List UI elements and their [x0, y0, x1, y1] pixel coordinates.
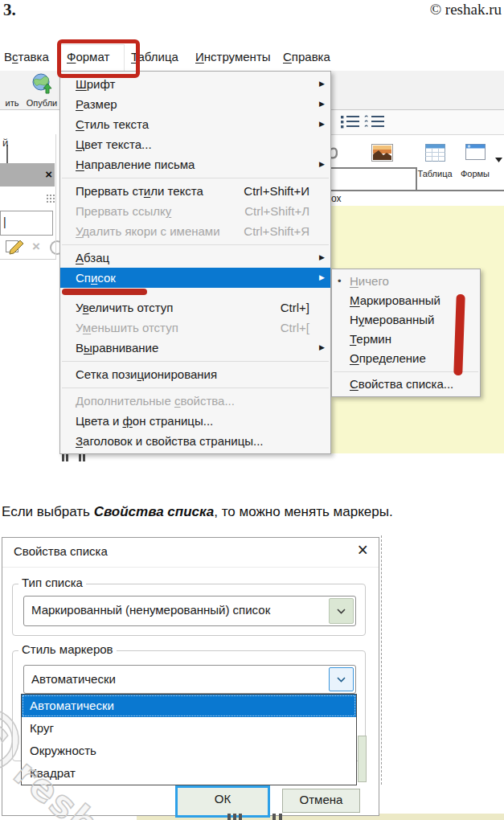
- pane-divider: [55, 134, 56, 259]
- forms-icon: [457, 143, 494, 166]
- annotation-red-box: [57, 39, 140, 78]
- format-menu-item-5[interactable]: Направление письма▶: [60, 154, 330, 174]
- close-icon[interactable]: ×: [45, 167, 52, 181]
- bullet-style-value: Автоматически: [31, 666, 116, 693]
- numbered-list-icon[interactable]: [363, 113, 385, 133]
- sidebar-input[interactable]: |: [0, 211, 53, 236]
- sidebar-icon-row: ×: [5, 238, 58, 257]
- submenu-arrow-icon: ▶: [319, 154, 325, 174]
- menu-item-label: Направление письма: [76, 158, 195, 171]
- artifact-mark: [227, 814, 231, 820]
- menu-item-label: Цвет текста...: [76, 137, 152, 151]
- list-submenu-item-1[interactable]: •Ничего: [332, 272, 480, 291]
- pane-divider: [0, 259, 56, 260]
- caption-text: Если выбрать Свойства списка, то можно м…: [2, 504, 393, 520]
- menu-item-label: Прервать стили текста: [76, 184, 203, 198]
- bullet-style-legend: Стиль маркеров: [18, 642, 117, 656]
- table-icon: [415, 143, 455, 166]
- format-menu-item-6[interactable]: Прервать стили текстаCtrl+Shift+И: [60, 181, 330, 201]
- dropdown-option-1[interactable]: Автоматически: [22, 695, 356, 717]
- submenu-arrow-icon: ▶: [319, 248, 325, 268]
- sidebar-panel-header[interactable]: ×: [0, 163, 55, 187]
- menubar-item-1[interactable]: Вставка: [4, 50, 49, 64]
- annotation-underline: [62, 289, 147, 295]
- list-type-combobox[interactable]: Маркированный (ненумерованный) список: [23, 596, 356, 626]
- format-menu-item-7[interactable]: Прервать ссылкуCtrl+Shift+Л: [60, 201, 330, 221]
- bullet-style-combobox[interactable]: Автоматически: [23, 665, 356, 694]
- list-type-legend: Тип списка: [18, 576, 86, 589]
- pencil-icon[interactable]: [5, 244, 25, 258]
- menu-shortcut: Ctrl+]: [281, 297, 309, 318]
- close-icon[interactable]: ×: [358, 539, 368, 561]
- format-menu-item-9[interactable]: Абзац▶: [60, 248, 330, 268]
- menu-item-label: Цвета и фон страницы...: [76, 414, 213, 428]
- menu-item-label: Список: [76, 271, 116, 285]
- bullet-list-icon[interactable]: [339, 113, 361, 133]
- list-type-value: Маркированный (ненумерованный) список: [31, 597, 270, 624]
- caption-emphasis: Свойства списка: [94, 504, 215, 519]
- menu-shortcut: Ctrl+[: [281, 318, 309, 338]
- tab-text-fragment: ох: [331, 193, 342, 204]
- delete-x-icon[interactable]: ×: [32, 239, 40, 255]
- submenu-arrow-icon: ▶: [319, 94, 325, 114]
- list-format-toolbar: [325, 110, 504, 135]
- chevron-down-icon[interactable]: [495, 151, 502, 166]
- format-menu-item-14[interactable]: Сетка позиционирования: [60, 364, 330, 384]
- menu-item-label: Прервать ссылку: [76, 204, 171, 218]
- obscured-button-fragment: [358, 736, 367, 782]
- format-menu-item-10[interactable]: Список▶: [60, 268, 330, 288]
- menu-item-label: Выравнивание: [76, 341, 158, 355]
- copyright-text: © reshak.ru: [430, 1, 502, 18]
- list-submenu-item-6[interactable]: Свойства списка...: [332, 375, 480, 394]
- dropdown-option-2[interactable]: Круг: [22, 717, 356, 740]
- dropdown-button[interactable]: [329, 598, 354, 624]
- menu-item-label: Определение: [350, 351, 426, 365]
- title-separator: [2, 567, 379, 568]
- image-icon: [350, 143, 413, 166]
- submenu-arrow-icon: ▶: [319, 338, 325, 358]
- dropdown-option-4[interactable]: Квадрат: [22, 762, 356, 785]
- format-menu-item-15[interactable]: Дополнительные свойства...: [60, 391, 330, 411]
- format-menu-item-12[interactable]: Уменьшить отступCtrl+[: [60, 318, 330, 338]
- format-menu-item-11[interactable]: Увеличить отступCtrl+]: [60, 297, 330, 318]
- globe-icon: [21, 72, 63, 95]
- sidebar-text-fragment: й: [2, 137, 8, 149]
- format-menu-item-4[interactable]: Цвет текста...: [60, 134, 330, 154]
- toolbar-button-Формы[interactable]: Формы: [457, 143, 494, 180]
- bullet-style-dropdown-list: АвтоматическиКругОкружностьКвадрат: [21, 694, 357, 785]
- menu-item-label: Дополнительные свойства...: [76, 394, 235, 408]
- menu-item-label: Абзац: [76, 251, 109, 264]
- menu-item-label: Маркированный: [350, 293, 440, 307]
- format-menu-item-17[interactable]: Заголовок и свойства страницы...: [60, 431, 330, 451]
- format-menu-item-3[interactable]: Стиль текста▶: [60, 114, 330, 134]
- dropdown-button[interactable]: [329, 667, 354, 691]
- submenu-arrow-icon: ▶: [319, 268, 325, 288]
- menu-item-label: Стиль текста: [76, 117, 149, 131]
- menu-item-label: Размер: [76, 97, 117, 111]
- menubar-item-5[interactable]: Справка: [283, 50, 330, 64]
- ok-button[interactable]: ОК: [175, 785, 270, 818]
- cancel-button[interactable]: Отмена: [282, 789, 360, 813]
- menu-separator: [62, 178, 329, 178]
- artifact-mark: [279, 814, 282, 820]
- list-properties-dialog: Свойства списка × Тип списка Маркированн…: [2, 537, 379, 816]
- artifact-mark: [272, 814, 276, 820]
- document-tab[interactable]: [330, 167, 417, 191]
- selected-bullet-icon: •: [338, 272, 342, 291]
- format-menu-item-8[interactable]: Удалить якори с именамиCtrl+Shift+Я: [60, 221, 330, 241]
- format-menu-item-13[interactable]: Выравнивание▶: [60, 338, 330, 358]
- submenu-arrow-icon: ▶: [319, 74, 325, 94]
- page-boundary-dashed-line: [381, 535, 383, 785]
- publish-button[interactable]: Опубли: [21, 72, 63, 109]
- toolbar-button-Таблица[interactable]: Таблица: [415, 143, 455, 180]
- format-menu-item-16[interactable]: Цвета и фон страницы...: [60, 411, 330, 431]
- menu-shortcut: Ctrl+Shift+Л: [244, 201, 309, 221]
- menu-item-label: Уменьшить отступ: [76, 321, 178, 334]
- dropdown-option-3[interactable]: Окружность: [22, 740, 356, 762]
- menu-item-label: Удалить якори с именами: [76, 224, 220, 238]
- format-menu-item-2[interactable]: Размер▶: [60, 94, 330, 114]
- menubar-item-4[interactable]: Инструменты: [195, 50, 271, 64]
- menu-item-label: Ничего: [350, 274, 389, 288]
- artifact-mark: [239, 814, 242, 820]
- screenshot-page: 3. © reshak.ru ВставкаФорматТаблицаИнстр…: [0, 0, 504, 820]
